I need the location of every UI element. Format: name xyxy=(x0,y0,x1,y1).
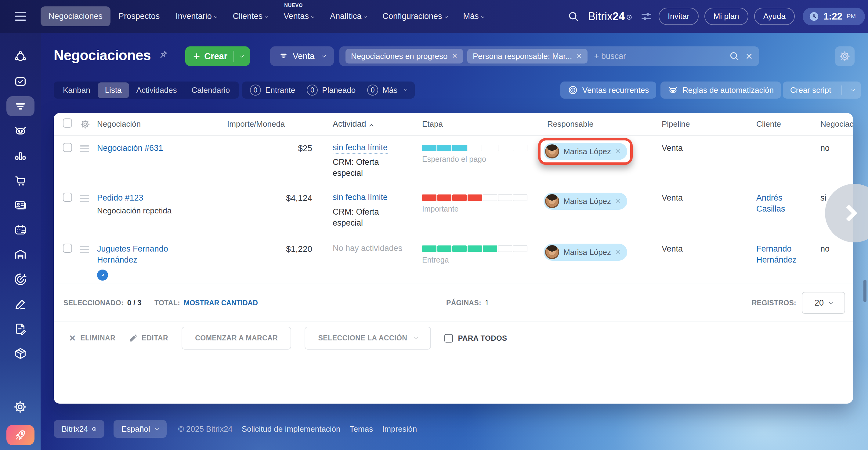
quick-settings-icon[interactable] xyxy=(640,10,653,23)
for-all-toggle[interactable]: PARA TODOS xyxy=(444,334,507,342)
show-count-link[interactable]: MOSTRAR CANTIDAD xyxy=(184,299,258,307)
sidebar-item-inventory[interactable] xyxy=(13,347,28,361)
chevron-down-icon[interactable] xyxy=(240,53,244,58)
menu-icon[interactable] xyxy=(0,12,40,21)
chevron-down-icon[interactable] xyxy=(850,87,855,92)
filter-chip-progress[interactable]: Negociaciones en progreso ✕ xyxy=(345,49,463,63)
invite-button[interactable]: Invitar xyxy=(659,8,699,25)
records-per-page-select[interactable]: 20 xyxy=(802,292,845,314)
tab-actividades[interactable]: Actividades xyxy=(129,83,184,98)
create-deal-button[interactable]: + Crear xyxy=(185,47,250,66)
row-checkbox[interactable] xyxy=(63,192,72,202)
help-button[interactable]: Ayuda xyxy=(754,8,795,25)
nav-item-analitica[interactable]: Analítica xyxy=(322,6,375,26)
row-checkbox[interactable] xyxy=(63,143,72,152)
footer-link-implementation[interactable]: Solicitud de implementación xyxy=(242,424,341,434)
pin-icon[interactable] xyxy=(157,50,168,61)
col-header-responsible[interactable]: Responsable xyxy=(547,119,662,129)
automation-badge-icon[interactable] xyxy=(97,270,108,280)
column-settings[interactable] xyxy=(80,118,97,129)
col-header-client[interactable]: Cliente xyxy=(756,119,820,129)
recurring-sales-button[interactable]: Ventas recurrentes xyxy=(560,82,656,99)
search-icon[interactable] xyxy=(729,51,740,62)
responsible-chip[interactable]: Marisa López ✕ xyxy=(544,244,627,261)
deal-link[interactable]: Juguetes Fernando Hernández xyxy=(97,244,184,265)
remove-chip-icon[interactable]: ✕ xyxy=(452,52,458,60)
sidebar-item-settings[interactable] xyxy=(13,400,27,414)
client-link[interactable]: Fernando Hernández xyxy=(756,244,807,265)
responsible-chip[interactable]: Marisa López ✕ xyxy=(544,192,627,210)
search-icon[interactable] xyxy=(567,10,580,23)
drag-handle-icon[interactable] xyxy=(80,195,97,202)
search-placeholder[interactable]: + buscar xyxy=(594,52,626,61)
stage-cell[interactable]: Esperando el pago xyxy=(422,143,547,163)
tab-kanban[interactable]: Kanban xyxy=(56,83,98,98)
start-marking-button[interactable]: COMENZAR A MARCAR xyxy=(182,327,291,350)
drag-handle-icon[interactable] xyxy=(80,145,97,152)
stage-progress-bar[interactable] xyxy=(422,194,527,201)
sidebar-item-contacts[interactable] xyxy=(13,198,28,212)
client-link[interactable]: Andrés Casillas xyxy=(756,192,807,214)
col-header-amount[interactable]: Importe/Moneda xyxy=(216,119,312,129)
footer-brand-button[interactable]: Bitrix24 xyxy=(54,420,104,438)
page-settings-button[interactable] xyxy=(835,47,855,66)
nav-item-negociaciones[interactable]: Negociaciones xyxy=(40,6,111,26)
row-checkbox[interactable] xyxy=(63,244,72,253)
remove-chip-icon[interactable]: ✕ xyxy=(576,52,582,60)
delete-button[interactable]: ✕ ELIMINAR xyxy=(69,333,115,343)
nav-item-prospectos[interactable]: Prospectos xyxy=(111,6,167,26)
select-action-dropdown[interactable]: SELECCIONE LA ACCIÓN xyxy=(305,327,431,350)
col-header-deal[interactable]: Negociación xyxy=(97,119,216,129)
funnel-selector-button[interactable]: Venta xyxy=(270,47,334,66)
stage-progress-bar[interactable] xyxy=(422,145,527,151)
for-all-checkbox[interactable] xyxy=(444,334,453,342)
sidebar-item-calendar[interactable] xyxy=(13,223,28,237)
remove-responsible-icon[interactable]: ✕ xyxy=(615,248,621,256)
edit-button[interactable]: EDITAR xyxy=(129,334,168,342)
select-all-checkbox[interactable] xyxy=(63,118,72,128)
plan-button[interactable]: Mi plan xyxy=(705,8,748,25)
col-header-pipeline[interactable]: Pipeline xyxy=(662,119,756,129)
sidebar-item-store[interactable] xyxy=(13,173,28,187)
nav-item-clientes[interactable]: Clientes xyxy=(225,6,276,26)
scrollbar-thumb[interactable] xyxy=(863,280,866,302)
counter-planeado[interactable]: 0Planeado xyxy=(307,85,355,95)
responsible-chip[interactable]: Marisa López ✕ xyxy=(544,143,627,160)
sidebar-item-marketing[interactable] xyxy=(13,272,28,287)
brand-logo[interactable]: Bitrix24 xyxy=(588,10,632,23)
sidebar-item-copilot[interactable] xyxy=(13,124,28,138)
sidebar-item-analytics[interactable] xyxy=(13,149,28,163)
col-header-activity[interactable]: Actividad xyxy=(312,119,404,129)
sidebar-item-sign[interactable] xyxy=(13,297,28,311)
drag-handle-icon[interactable] xyxy=(80,246,97,253)
sidebar-item-crm-active[interactable] xyxy=(6,96,34,116)
stage-progress-bar[interactable] xyxy=(422,245,527,252)
col-header-repeat[interactable]: Negociación repetida xyxy=(820,119,853,129)
activity-deadline-link[interactable]: sin fecha límite xyxy=(333,143,388,154)
automation-rules-button[interactable]: Reglas de automatización xyxy=(660,82,781,99)
filter-search-bar[interactable]: Negociaciones en progreso ✕ Persona resp… xyxy=(339,47,759,66)
sidebar-item-collaboration[interactable] xyxy=(13,50,28,64)
stage-cell[interactable]: Importante xyxy=(422,192,547,213)
col-header-stage[interactable]: Etapa xyxy=(422,119,547,129)
nav-item-mas[interactable]: Más xyxy=(455,6,492,26)
time-widget[interactable]: 1:22 PM xyxy=(803,8,865,25)
counter-mas[interactable]: 0Más xyxy=(367,85,407,95)
stage-cell[interactable]: Entrega xyxy=(422,244,547,264)
sidebar-item-tasks[interactable] xyxy=(13,74,28,89)
filter-chip-responsible[interactable]: Persona responsable: Mar... ✕ xyxy=(467,49,588,63)
footer-link-temas[interactable]: Temas xyxy=(350,424,373,434)
sidebar-item-warehouse[interactable] xyxy=(13,248,28,262)
remove-responsible-icon[interactable]: ✕ xyxy=(615,197,621,205)
language-selector[interactable]: Español xyxy=(114,420,167,438)
tab-lista[interactable]: Lista xyxy=(98,83,129,98)
counter-entrante[interactable]: 0Entrante xyxy=(250,85,295,95)
remove-responsible-icon[interactable]: ✕ xyxy=(615,147,621,155)
nav-item-inventario[interactable]: Inventario xyxy=(167,6,225,26)
sidebar-item-launch[interactable] xyxy=(6,425,34,445)
footer-link-impresion[interactable]: Impresión xyxy=(382,424,417,434)
create-script-button[interactable]: Crear script xyxy=(783,82,861,99)
deal-link[interactable]: Pedido #123 xyxy=(97,192,144,204)
tab-calendario[interactable]: Calendario xyxy=(184,83,238,98)
nav-item-configuraciones[interactable]: Configuraciones xyxy=(374,6,455,26)
